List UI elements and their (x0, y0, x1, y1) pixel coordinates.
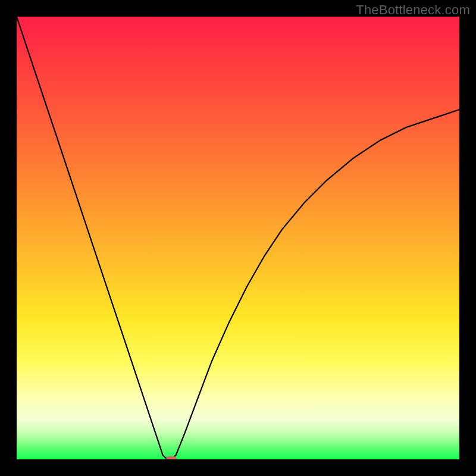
chart-frame: TheBottleneck.com (0, 0, 476, 476)
optimal-marker (166, 456, 177, 459)
bottleneck-curve (17, 17, 459, 459)
watermark-text: TheBottleneck.com (356, 2, 470, 18)
plot-area (17, 17, 459, 459)
